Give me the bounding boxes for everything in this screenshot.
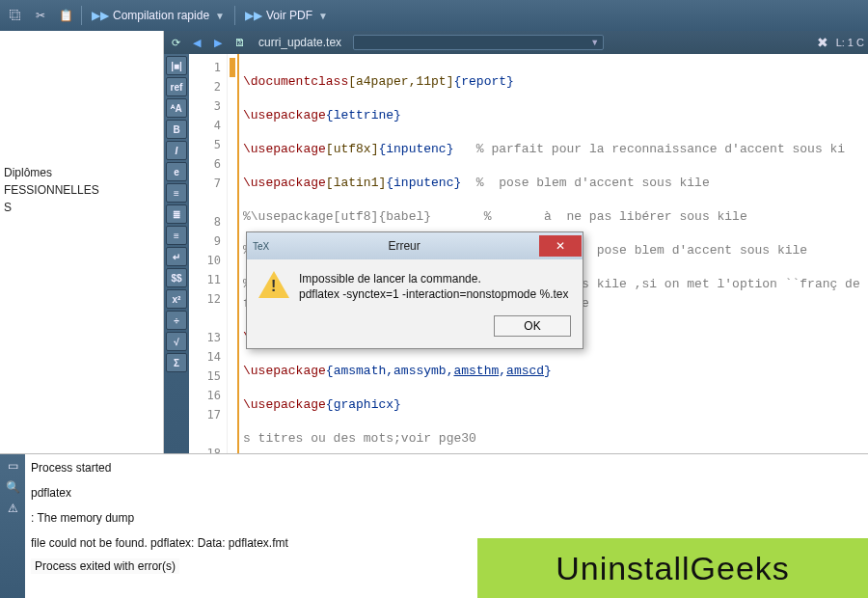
log-line: Process exited with error(s) (31, 558, 179, 574)
paste-icon[interactable]: 📋 (54, 4, 77, 27)
chevron-down-icon: ▼ (215, 11, 225, 21)
sum-icon[interactable]: Σ (166, 353, 187, 372)
copy-icon[interactable]: ⿻ (4, 4, 27, 27)
file-name: curri_update.tex (253, 36, 347, 49)
structure-panel: Diplômes FESSIONNELLES S (0, 31, 164, 453)
dialog-message: Impossible de lancer la commande. pdflat… (299, 271, 569, 302)
change-marks (228, 54, 237, 453)
emph-icon[interactable]: e (166, 162, 187, 181)
font-icon[interactable]: ᴬA (166, 98, 187, 118)
warning-icon (258, 271, 289, 298)
nav-back-icon[interactable]: ◀ (189, 35, 204, 50)
file-dropdown[interactable]: ▼ (353, 35, 604, 50)
math-icon[interactable]: $$ (166, 268, 187, 287)
ok-button[interactable]: OK (494, 315, 571, 337)
format-toolbar: |■| ref ᴬA B I e ≡ ≣ ≡ ↵ $$ x² ÷ √ Σ (164, 54, 189, 453)
compile-dropdown[interactable]: ▶▶ Compilation rapide ▼ (86, 4, 231, 27)
ref-icon[interactable]: ref (166, 77, 187, 96)
center-align-icon[interactable]: ≣ (166, 204, 187, 224)
close-file-icon[interactable]: ✖ (817, 35, 828, 50)
italic-icon[interactable]: I (166, 141, 187, 160)
right-align-icon[interactable]: ≡ (166, 226, 187, 245)
log-messages-icon[interactable]: ▭ (3, 456, 22, 476)
log-warnings-icon[interactable]: ⚠ (3, 499, 22, 518)
log-line: : The memory dump (31, 508, 862, 528)
watermark: UninstallGeeks (477, 538, 868, 598)
newline-icon[interactable]: ↵ (166, 247, 187, 266)
view-pdf-label: Voir PDF (266, 9, 312, 22)
compile-label: Compilation rapide (113, 9, 209, 22)
dialog-title: Erreur (269, 239, 539, 253)
dialog-titlebar[interactable]: TeX Erreur ✕ (247, 232, 583, 259)
exp-icon[interactable]: x² (166, 289, 187, 309)
structure-item[interactable]: Diplômes (4, 164, 159, 181)
app-icon: TeX (253, 241, 269, 252)
main-toolbar: ⿻ ✂ 📋 ▶▶ Compilation rapide ▼ ▶▶ Voir PD… (0, 0, 868, 31)
cut-icon[interactable]: ✂ (29, 4, 52, 27)
log-search-icon[interactable]: 🔍 (3, 477, 22, 497)
close-icon[interactable]: ✕ (539, 235, 582, 257)
file-tab-bar: ⟳ ◀ ▶ 🖺 curri_update.tex ▼ ✖ L: 1 C (164, 31, 868, 54)
sqrt-icon[interactable]: √ (166, 332, 187, 351)
frac-icon[interactable]: ÷ (166, 311, 187, 330)
structure-item[interactable]: S (4, 199, 159, 216)
run-icon: ▶▶ (92, 9, 109, 22)
log-line: Process started (31, 458, 862, 477)
part-icon[interactable]: |■| (166, 56, 187, 75)
error-dialog: TeX Erreur ✕ Impossible de lancer la com… (246, 231, 583, 349)
view-pdf-dropdown[interactable]: ▶▶ Voir PDF ▼ (239, 4, 334, 27)
chevron-down-icon: ▼ (318, 11, 328, 21)
refresh-icon[interactable]: ⟳ (168, 35, 183, 50)
line-gutter: 12345678910111213141516171819 (189, 54, 228, 453)
file-icon: 🖺 (231, 35, 247, 50)
bold-icon[interactable]: B (166, 120, 187, 139)
line-col-indicator: L: 1 C (836, 37, 864, 48)
structure-item[interactable]: FESSIONNELLES (4, 181, 159, 199)
left-align-icon[interactable]: ≡ (166, 183, 187, 203)
log-line: pdflatex (31, 483, 862, 503)
nav-forward-icon[interactable]: ▶ (210, 35, 226, 50)
run-icon: ▶▶ (245, 9, 262, 22)
